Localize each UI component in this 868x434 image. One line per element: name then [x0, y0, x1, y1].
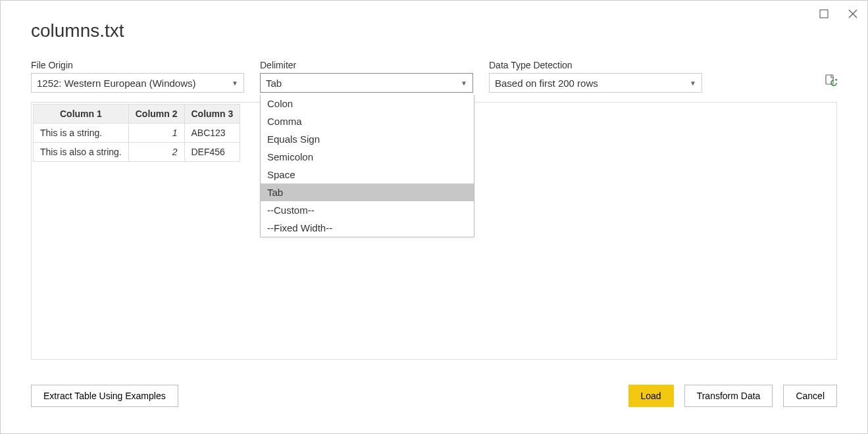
delimiter-option[interactable]: --Custom--	[261, 201, 474, 219]
detection-group: Data Type Detection Based on first 200 r…	[489, 60, 702, 93]
refresh-container	[824, 60, 837, 87]
cell: This is also a string.	[34, 143, 129, 162]
delimiter-option[interactable]: Colon	[261, 95, 474, 112]
csv-preview-dialog: columns.txt File Origin 1252: Western Eu…	[0, 0, 868, 434]
delimiter-option[interactable]: Tab	[261, 183, 474, 201]
column-header[interactable]: Column 1	[34, 105, 129, 124]
close-button[interactable]	[845, 6, 861, 22]
delimiter-value: Tab	[266, 78, 282, 89]
file-origin-group: File Origin 1252: Western European (Wind…	[31, 60, 244, 93]
delimiter-option[interactable]: Comma	[261, 112, 474, 130]
delimiter-select[interactable]: Tab ▼	[260, 73, 473, 93]
extract-table-button[interactable]: Extract Table Using Examples	[31, 385, 178, 407]
transform-data-button[interactable]: Transform Data	[684, 385, 773, 407]
svg-rect-0	[820, 10, 828, 18]
column-header[interactable]: Column 2	[128, 105, 184, 124]
dialog-title: columns.txt	[1, 1, 867, 41]
delimiter-option[interactable]: Semicolon	[261, 148, 474, 166]
cancel-button[interactable]: Cancel	[783, 385, 837, 407]
delimiter-label: Delimiter	[260, 60, 473, 70]
detection-label: Data Type Detection	[489, 60, 702, 70]
file-origin-select[interactable]: 1252: Western European (Windows) ▼	[31, 73, 244, 93]
delimiter-dropdown: ColonCommaEquals SignSemicolonSpaceTab--…	[260, 95, 474, 237]
load-button[interactable]: Load	[628, 385, 674, 407]
refresh-icon[interactable]	[824, 74, 837, 87]
file-origin-label: File Origin	[31, 60, 244, 70]
controls-row: File Origin 1252: Western European (Wind…	[1, 41, 867, 93]
column-header[interactable]: Column 3	[184, 105, 240, 124]
cell: ABC123	[184, 124, 240, 143]
delimiter-option[interactable]: Space	[261, 166, 474, 183]
delimiter-option[interactable]: --Fixed Width--	[261, 219, 474, 237]
cell: 2	[128, 143, 184, 162]
caret-down-icon: ▼	[690, 80, 696, 87]
dialog-footer: Extract Table Using Examples Load Transf…	[31, 385, 837, 407]
table-row: This is a string.1ABC123	[34, 124, 240, 143]
delimiter-group: Delimiter Tab ▼ ColonCommaEquals SignSem…	[260, 60, 473, 93]
cell: DEF456	[184, 143, 240, 162]
delimiter-option[interactable]: Equals Sign	[261, 130, 474, 148]
detection-select[interactable]: Based on first 200 rows ▼	[489, 73, 702, 93]
maximize-button[interactable]	[816, 6, 832, 22]
table-row: This is also a string.2DEF456	[34, 143, 240, 162]
caret-down-icon: ▼	[461, 80, 467, 87]
detection-value: Based on first 200 rows	[495, 78, 598, 89]
cell: 1	[128, 124, 184, 143]
file-origin-value: 1252: Western European (Windows)	[37, 78, 196, 89]
svg-rect-3	[826, 75, 833, 84]
preview-table: Column 1Column 2Column 3 This is a strin…	[33, 104, 240, 162]
cell: This is a string.	[34, 124, 129, 143]
window-controls	[816, 6, 861, 22]
caret-down-icon: ▼	[232, 80, 238, 87]
